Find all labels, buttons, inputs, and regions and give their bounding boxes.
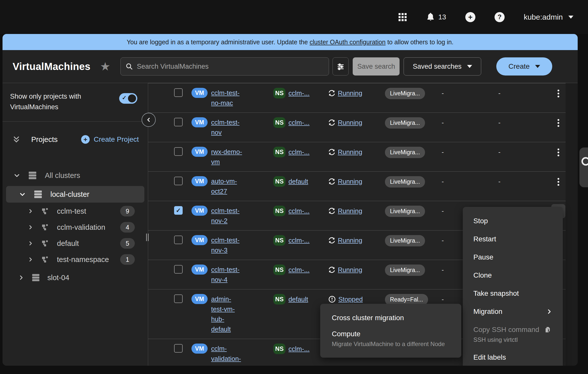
namespace-link[interactable]: cclm-...: [288, 344, 310, 354]
namespace-link[interactable]: cclm-...: [288, 88, 310, 98]
import-yaml-icon[interactable]: +: [465, 12, 475, 22]
conditions-cell: LiveMigra...: [385, 235, 442, 255]
row-checkbox[interactable]: ✓: [174, 294, 183, 303]
notifications[interactable]: 13: [426, 12, 446, 22]
tree-item-project[interactable]: cclm-test 9: [3, 204, 148, 219]
menu-item[interactable]: Clone: [463, 266, 563, 284]
node-cell: -: [442, 147, 498, 167]
show-only-vm-toggle[interactable]: ✓: [119, 93, 137, 104]
chevron-right-icon: [28, 225, 33, 230]
menu-item[interactable]: Stop: [463, 212, 563, 230]
kebab-menu-button[interactable]: [551, 145, 565, 159]
condition-pill[interactable]: LiveMigra...: [385, 265, 425, 276]
tree-item-slot-04[interactable]: slot-04: [3, 270, 148, 286]
saved-searches-dropdown[interactable]: Saved searches: [404, 57, 481, 76]
row-actions-cell: [551, 86, 565, 108]
status-link[interactable]: Running: [338, 237, 362, 244]
lightspeed-button[interactable]: [579, 147, 588, 187]
row-checkbox[interactable]: ✓: [174, 206, 183, 215]
vm-name-link[interactable]: cclm-test-nov-3: [211, 235, 249, 255]
row-checkbox[interactable]: ✓: [174, 265, 183, 274]
status-link[interactable]: Stopped: [338, 295, 363, 303]
tree-item-project[interactable]: test-namespace 1: [3, 252, 148, 267]
favorite-star-icon[interactable]: ★: [100, 61, 110, 72]
status-link[interactable]: Running: [338, 207, 362, 215]
status-link[interactable]: Running: [338, 266, 362, 274]
oauth-config-link[interactable]: cluster OAuth configuration: [310, 39, 386, 46]
row-checkbox[interactable]: ✓: [174, 236, 183, 244]
condition-pill[interactable]: LiveMigra...: [385, 235, 425, 246]
help-icon[interactable]: ?: [495, 12, 505, 22]
namespace-link[interactable]: default: [288, 294, 308, 305]
status-link[interactable]: Running: [338, 119, 362, 127]
tree-item-all-clusters[interactable]: All clusters: [3, 167, 148, 183]
search-input[interactable]: [136, 62, 324, 71]
scroll-gutter[interactable]: [566, 83, 578, 366]
create-button[interactable]: Create: [496, 57, 552, 76]
projects-header: Projects + Create Project: [3, 135, 148, 144]
menu-item[interactable]: Migration: [463, 303, 563, 321]
row-checkbox[interactable]: ✓: [174, 344, 183, 353]
tree-item-local-cluster[interactable]: local-cluster: [6, 186, 144, 203]
kebab-menu-button[interactable]: [551, 86, 565, 100]
vm-name-link[interactable]: cclm-validation-cirros: [211, 344, 249, 366]
name-cell: VM cclm-test-no-mac: [191, 88, 273, 108]
namespace-link[interactable]: cclm-...: [288, 117, 310, 128]
namespace-link[interactable]: default: [288, 176, 308, 187]
chevron-right-icon: [28, 241, 33, 246]
namespace-link[interactable]: cclm-...: [288, 265, 310, 275]
status-link[interactable]: Running: [338, 178, 362, 185]
namespace-kind-badge: NS: [273, 294, 285, 305]
status-cell: Running: [328, 117, 385, 128]
chevron-down-icon: [14, 172, 20, 179]
sidebar-collapse-button[interactable]: [142, 113, 156, 127]
menu-item[interactable]: Take snapshot: [463, 284, 563, 303]
kebab-menu-button[interactable]: [551, 116, 565, 130]
row-checkbox[interactable]: ✓: [174, 177, 183, 185]
status-cell: Running: [328, 206, 385, 216]
namespace-kind-badge: NS: [273, 176, 285, 187]
create-project-button[interactable]: + Create Project: [81, 135, 139, 144]
user-menu[interactable]: kube:admin: [524, 13, 573, 21]
menu-item[interactable]: Compute Migrate VirtualMachine to a diff…: [320, 326, 461, 352]
menu-item[interactable]: Restart: [463, 230, 563, 248]
search-box[interactable]: [120, 57, 329, 76]
vm-name-link[interactable]: admin-test-vm-hub-default: [211, 294, 242, 334]
row-checkbox[interactable]: ✓: [174, 147, 183, 156]
advanced-filters-button[interactable]: [333, 57, 349, 76]
vm-name-link[interactable]: cclm-test-nov-2: [211, 206, 249, 226]
row-checkbox[interactable]: ✓: [174, 118, 183, 126]
projects-tree: All clusters local-cluster cclm-test 9: [3, 167, 148, 286]
row-checkbox[interactable]: ✓: [174, 88, 183, 97]
vm-name-link[interactable]: cclm-test-nov-4: [211, 265, 249, 285]
menu-item[interactable]: Copy SSH command SSH using virtctl: [463, 321, 563, 348]
sidebar-resize-handle[interactable]: [146, 234, 150, 241]
menu-item[interactable]: Cross cluster migration: [320, 310, 461, 326]
row-select-cell: ✓: [148, 176, 191, 196]
menu-item[interactable]: Pause: [463, 248, 563, 266]
vm-name-link[interactable]: cclm-test-no-mac: [211, 88, 249, 108]
condition-pill[interactable]: LiveMigra...: [385, 88, 425, 99]
namespace-link[interactable]: cclm-...: [288, 206, 310, 216]
tree-item-project[interactable]: cclm-validation 4: [3, 220, 148, 235]
condition-pill[interactable]: LiveMigra...: [385, 206, 425, 217]
kebab-menu-button[interactable]: [551, 175, 565, 189]
app-launcher-icon[interactable]: [398, 13, 407, 22]
condition-pill[interactable]: LiveMigra...: [385, 147, 425, 158]
name-cell: VM cclm-validation-cirros: [191, 344, 273, 366]
toggle-knob: [128, 94, 136, 102]
vm-name-link[interactable]: auto-vm-oct27: [211, 176, 249, 196]
vm-kind-badge: VM: [191, 235, 208, 245]
tree-item-project[interactable]: default 5: [3, 236, 148, 251]
vm-name-link[interactable]: cclm-test-nov: [211, 117, 249, 137]
condition-pill[interactable]: LiveMigra...: [385, 176, 425, 188]
menu-item[interactable]: Edit labels: [463, 348, 563, 366]
status-link[interactable]: Running: [338, 89, 362, 97]
collapse-all-icon[interactable]: [13, 135, 20, 144]
vm-name-link[interactable]: rwx-demo-vm: [211, 147, 249, 167]
namespace-link[interactable]: cclm-...: [288, 235, 310, 246]
status-link[interactable]: Running: [338, 148, 362, 156]
save-search-button[interactable]: Save search: [353, 57, 400, 76]
namespace-link[interactable]: cclm-...: [288, 147, 310, 157]
condition-pill[interactable]: LiveMigra...: [385, 117, 425, 129]
